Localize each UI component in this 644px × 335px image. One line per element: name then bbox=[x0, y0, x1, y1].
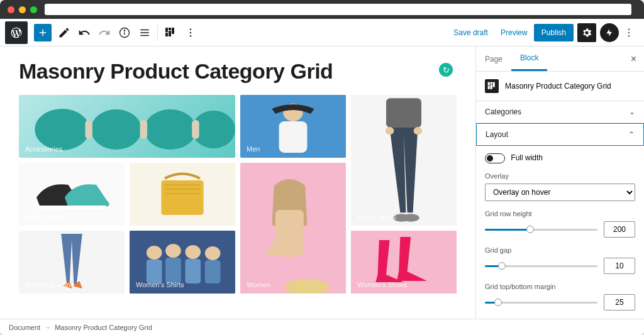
tb-margin-slider[interactable] bbox=[485, 302, 597, 304]
category-tile-mens-jeans[interactable]: Men's Jeans bbox=[351, 95, 457, 226]
save-draft-link[interactable]: Save draft bbox=[447, 28, 494, 37]
gap-slider[interactable] bbox=[485, 265, 597, 267]
breadcrumb-current[interactable]: Masonry Product Category Grid bbox=[55, 324, 152, 331]
add-block-button[interactable] bbox=[34, 24, 52, 41]
category-tile-womens-jeans[interactable]: Women's Jeans bbox=[19, 231, 125, 294]
svg-rect-18 bbox=[85, 120, 92, 139]
svg-rect-51 bbox=[205, 260, 221, 283]
maximize-window-button[interactable] bbox=[30, 6, 37, 13]
row-height-slider[interactable] bbox=[485, 229, 597, 231]
editor-body: Masonry Product Category Grid ↻ Accessor… bbox=[0, 47, 644, 319]
overlay-label: Overlay bbox=[485, 172, 635, 180]
full-width-label: Full width bbox=[511, 153, 543, 162]
svg-point-45 bbox=[165, 244, 181, 258]
gap-label: Grid gap bbox=[485, 246, 635, 254]
svg-rect-50 bbox=[185, 259, 201, 283]
category-tile-accessories[interactable]: Accessories bbox=[19, 95, 235, 158]
svg-point-15 bbox=[91, 109, 142, 150]
block-type-icon[interactable] bbox=[160, 23, 180, 43]
tile-label: Women's Shoes bbox=[357, 281, 408, 288]
row-height-label: Grid row height bbox=[485, 210, 635, 217]
block-name-text: Masonry Product Category Grid bbox=[505, 82, 611, 91]
close-sidebar-button[interactable]: × bbox=[623, 47, 644, 71]
browser-url-bar[interactable] bbox=[45, 4, 631, 15]
category-tile-women[interactable]: Women bbox=[240, 163, 346, 294]
svg-point-29 bbox=[414, 127, 422, 135]
chevron-up-icon: ⌃ bbox=[628, 130, 635, 139]
toolbar-separator bbox=[157, 25, 158, 40]
breadcrumb-root[interactable]: Document bbox=[9, 324, 40, 331]
app-window: Save draft Preview Publish Masonry Produ… bbox=[0, 0, 644, 335]
category-tile-bags[interactable] bbox=[130, 163, 235, 226]
breadcrumb-separator-icon: → bbox=[44, 324, 51, 331]
wordpress-logo-icon[interactable] bbox=[5, 21, 28, 44]
svg-rect-34 bbox=[161, 180, 203, 215]
svg-point-16 bbox=[145, 109, 197, 150]
svg-point-8 bbox=[190, 28, 191, 30]
category-tile-men[interactable]: Men bbox=[240, 95, 346, 158]
refresh-badge-icon[interactable]: ↻ bbox=[439, 63, 453, 77]
close-window-button[interactable] bbox=[8, 6, 14, 13]
svg-point-47 bbox=[205, 246, 221, 260]
svg-point-27 bbox=[402, 214, 419, 221]
redo-button[interactable] bbox=[94, 23, 114, 43]
masonry-grid: Accessories Men Men's Jeans Men's Shoes bbox=[19, 95, 457, 294]
category-tile-womens-shirts[interactable]: Women's Shirts bbox=[130, 231, 235, 294]
chevron-down-icon: ⌄ bbox=[629, 107, 635, 116]
publish-button[interactable]: Publish bbox=[534, 24, 574, 41]
svg-point-28 bbox=[386, 127, 394, 135]
settings-sidebar: Page Block × Masonry Product Category Gr… bbox=[475, 47, 644, 319]
panel-layout-header[interactable]: Layout ⌃ bbox=[476, 123, 644, 146]
row-height-input[interactable] bbox=[604, 221, 635, 238]
kebab-menu-button[interactable] bbox=[619, 23, 639, 43]
settings-button[interactable] bbox=[577, 23, 596, 42]
svg-point-11 bbox=[628, 28, 630, 30]
svg-rect-49 bbox=[165, 258, 181, 283]
edit-mode-button[interactable] bbox=[54, 23, 74, 43]
svg-rect-48 bbox=[147, 260, 162, 283]
full-width-toggle[interactable] bbox=[485, 153, 505, 163]
svg-rect-4 bbox=[169, 28, 171, 30]
svg-rect-5 bbox=[172, 28, 174, 34]
svg-rect-19 bbox=[140, 120, 147, 139]
svg-rect-54 bbox=[491, 82, 492, 84]
page-title[interactable]: Masonry Product Category Grid bbox=[19, 59, 457, 84]
tb-margin-input[interactable] bbox=[604, 294, 635, 310]
svg-point-12 bbox=[628, 31, 630, 33]
more-options-button[interactable] bbox=[180, 23, 201, 43]
tab-block[interactable]: Block bbox=[511, 47, 547, 71]
svg-rect-7 bbox=[169, 31, 171, 36]
category-tile-womens-shoes[interactable]: Women's Shoes bbox=[351, 231, 457, 294]
overlay-select[interactable]: Overlay on hover bbox=[485, 184, 635, 201]
breadcrumb: Document → Masonry Product Category Grid bbox=[0, 319, 644, 335]
gap-input[interactable] bbox=[604, 258, 635, 274]
tile-label: Women's Jeans bbox=[25, 281, 74, 288]
tile-label: Men bbox=[247, 145, 260, 153]
info-button[interactable] bbox=[114, 23, 135, 43]
editor-canvas[interactable]: Masonry Product Category Grid ↻ Accessor… bbox=[0, 47, 475, 319]
svg-rect-57 bbox=[491, 85, 492, 89]
jetpack-button[interactable] bbox=[600, 23, 619, 42]
svg-rect-53 bbox=[488, 82, 490, 86]
svg-rect-20 bbox=[192, 120, 199, 139]
outline-button[interactable] bbox=[135, 23, 155, 43]
svg-rect-25 bbox=[386, 98, 421, 128]
svg-rect-32 bbox=[68, 206, 107, 209]
minimize-window-button[interactable] bbox=[19, 6, 26, 13]
category-tile-mens-shoes[interactable]: Men's Shoes bbox=[19, 163, 125, 226]
tb-margin-label: Grid top/bottom margin bbox=[485, 283, 635, 290]
tile-label: Men's Jeans bbox=[357, 213, 396, 221]
editor-toolbar: Save draft Preview Publish bbox=[0, 19, 644, 47]
svg-point-14 bbox=[35, 109, 89, 150]
svg-point-44 bbox=[147, 246, 162, 260]
tile-label: Women's Shirts bbox=[136, 281, 184, 288]
svg-rect-55 bbox=[493, 82, 495, 87]
undo-button[interactable] bbox=[74, 23, 94, 43]
svg-point-10 bbox=[190, 35, 191, 36]
svg-rect-56 bbox=[488, 86, 490, 89]
tab-page[interactable]: Page bbox=[476, 47, 511, 71]
svg-point-2 bbox=[124, 30, 125, 31]
panel-categories-header[interactable]: Categories ⌄ bbox=[476, 101, 644, 123]
preview-link[interactable]: Preview bbox=[494, 28, 534, 37]
mac-titlebar bbox=[0, 0, 644, 19]
